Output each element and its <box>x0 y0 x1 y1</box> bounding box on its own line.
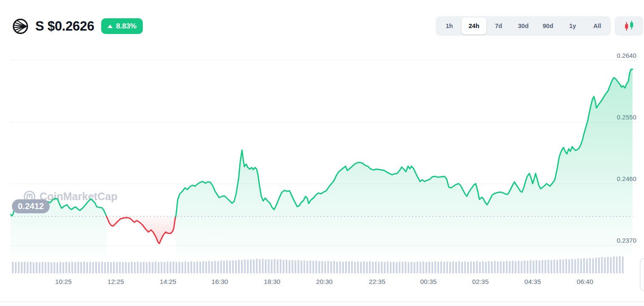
range-button-24h[interactable]: 24h <box>462 17 486 34</box>
candlestick-icon <box>624 20 635 32</box>
range-button-7d[interactable]: 7d <box>486 17 511 34</box>
sonic-token-logo <box>12 18 28 34</box>
token-price-title: S $0.2626 <box>35 17 94 35</box>
x-axis-label: 06:40 <box>577 278 593 285</box>
x-axis-label: 00:35 <box>420 278 437 285</box>
price-chart[interactable]: 0.26400.25500.24600.237010:2512:2514:251… <box>0 0 644 306</box>
x-axis-labels: 10:2512:2514:2516:3018:3020:3022:3500:35… <box>55 278 593 285</box>
x-axis-label: 22:35 <box>369 278 386 285</box>
x-axis-label: 18:30 <box>264 278 281 285</box>
open-price-value: 0.2412 <box>18 201 44 211</box>
x-axis-label: 10:25 <box>55 278 72 285</box>
range-button-1h[interactable]: 1h <box>437 17 462 34</box>
range-button-all[interactable]: All <box>585 17 610 34</box>
range-button-30d[interactable]: 30d <box>511 17 536 34</box>
volume-bars <box>12 256 624 273</box>
x-axis-label: 02:35 <box>472 278 489 285</box>
page-bottom-divider <box>0 301 644 302</box>
scrollbar-thumb[interactable] <box>640 258 644 291</box>
x-axis-label: 04:35 <box>525 278 541 285</box>
area-fills <box>11 69 633 256</box>
up-triangle-icon <box>108 25 113 28</box>
open-price-tooltip: 0.2412 <box>12 199 50 213</box>
x-axis-label: 12:25 <box>108 278 124 285</box>
range-button-1y[interactable]: 1y <box>560 17 585 34</box>
time-range-selector: 1h24h7d30d90d1yAll <box>436 16 611 36</box>
price-change-badge: 8.83% <box>101 18 143 34</box>
price-change-value: 8.83% <box>116 22 136 31</box>
x-axis-label: 16:30 <box>212 278 228 285</box>
x-axis-label: 20:30 <box>316 278 333 285</box>
range-button-90d[interactable]: 90d <box>536 17 560 34</box>
y-axis-label: 0.2640 <box>617 52 636 59</box>
price-chart-page: { "header": { "symbol": "S", "price": "$… <box>0 0 644 306</box>
candlestick-view-toggle[interactable] <box>615 16 643 36</box>
x-axis-label: 14:25 <box>160 278 176 285</box>
